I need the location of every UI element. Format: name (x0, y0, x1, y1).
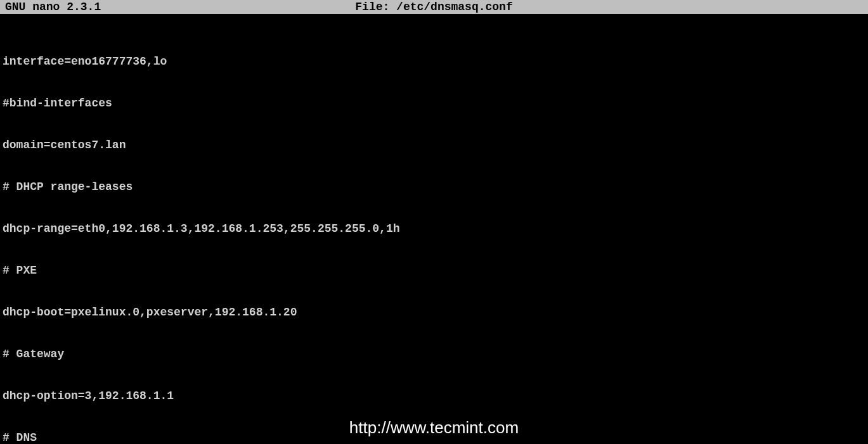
config-line: dhcp-range=eth0,192.168.1.3,192.168.1.25… (3, 222, 865, 236)
config-line: interface=eno16777736,lo (3, 54, 865, 68)
editor-content[interactable]: interface=eno16777736,lo #bind-interface… (0, 14, 868, 444)
config-line: # Gateway (3, 347, 865, 361)
config-line: dhcp-boot=pxelinux.0,pxeserver,192.168.1… (3, 305, 865, 319)
watermark-url: http://www.tecmint.com (349, 418, 519, 438)
config-line: dhcp-option=3,192.168.1.1 (3, 389, 865, 403)
file-label: File: /etc/dnsmasq.conf (355, 1, 512, 13)
config-line: # DHCP range-leases (3, 180, 865, 194)
config-line: domain=centos7.lan (3, 138, 865, 152)
config-line: #bind-interfaces (3, 96, 865, 110)
nano-title-bar: GNU nano 2.3.1 File: /etc/dnsmasq.conf (0, 0, 868, 14)
config-line: # PXE (3, 263, 865, 277)
app-name: GNU nano 2.3.1 (5, 1, 101, 13)
